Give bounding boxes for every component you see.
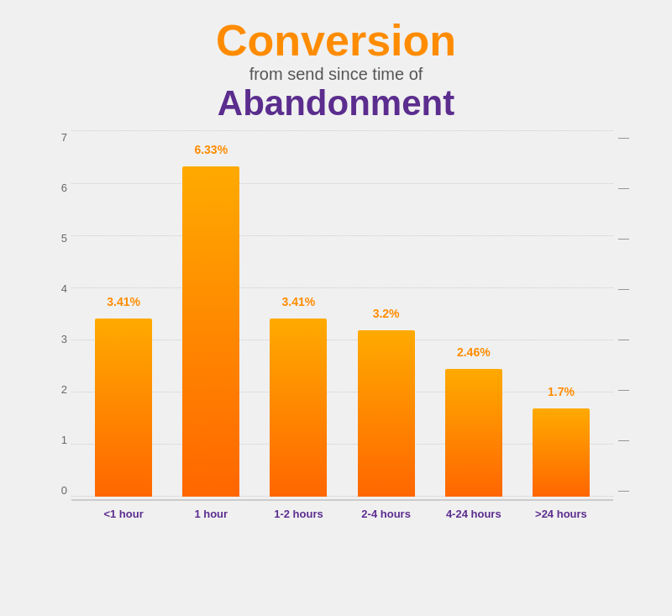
bar-group: 3.41% — [80, 131, 167, 497]
right-tick: — — [617, 383, 630, 396]
y-axis-label: 6 — [50, 182, 67, 194]
bar-value-label: 6.33% — [194, 143, 228, 156]
y-axis: 01234567 — [50, 131, 67, 497]
y-axis-label: 4 — [50, 282, 67, 295]
bar-group: 3.2% — [343, 131, 430, 497]
bar-value-label: 3.2% — [373, 307, 400, 320]
page-container: Conversion from send since time of Aband… — [0, 0, 672, 616]
bar-value-label: 3.41% — [282, 295, 316, 308]
y-axis-label: 7 — [50, 131, 67, 144]
right-tick: — — [617, 232, 630, 245]
bar-group: 3.41% — [255, 131, 342, 497]
x-labels-row: <1 hour1 hour1-2 hours2-4 hours4-24 hour… — [71, 501, 613, 543]
x-axis-label: 2-4 hours — [343, 501, 430, 543]
x-axis-label: <1 hour — [80, 501, 167, 543]
x-axis-label: >24 hours — [517, 501, 605, 543]
right-tick: — — [617, 131, 630, 144]
bar: 3.2% — [358, 330, 415, 498]
bars-section: 3.41%6.33%3.41%3.2%2.46%1.7% — [71, 131, 613, 497]
y-axis-label: 2 — [50, 383, 67, 396]
title-subtitle: from send since time of — [25, 65, 647, 84]
bar-value-label: 2.46% — [457, 345, 491, 359]
title-conversion: Conversion — [25, 17, 647, 65]
title-abandonment: Abandonment — [25, 84, 647, 123]
y-axis-label: 3 — [50, 333, 67, 345]
bar-group: 2.46% — [430, 131, 517, 497]
bar: 1.7% — [533, 408, 590, 498]
bar: 3.41% — [95, 319, 152, 497]
y-axis-label: 5 — [50, 232, 67, 245]
right-tick: — — [617, 484, 630, 497]
bar-group: 1.7% — [517, 131, 605, 497]
right-tick: — — [617, 434, 630, 446]
bar: 3.41% — [270, 319, 327, 497]
title-section: Conversion from send since time of Aband… — [25, 17, 647, 123]
right-tick: — — [617, 182, 630, 194]
bar-value-label: 3.41% — [107, 295, 140, 308]
right-tick: — — [617, 333, 630, 345]
y-axis-label: 0 — [50, 484, 67, 497]
right-tick: — — [617, 282, 630, 295]
y-axis-label: 1 — [50, 434, 67, 446]
chart-area: 01234567 ———————— 3.41%6.33%3.41%3.2%2.4… — [25, 131, 647, 543]
bar: 6.33% — [182, 166, 239, 497]
bar-group: 6.33% — [167, 131, 255, 497]
x-axis-label: 1-2 hours — [255, 501, 342, 543]
bar: 2.46% — [445, 369, 502, 498]
x-axis-label: 4-24 hours — [430, 501, 517, 543]
bar-value-label: 1.7% — [548, 385, 575, 398]
right-ticks: ———————— — [617, 131, 630, 497]
x-axis-label: 1 hour — [167, 501, 255, 543]
